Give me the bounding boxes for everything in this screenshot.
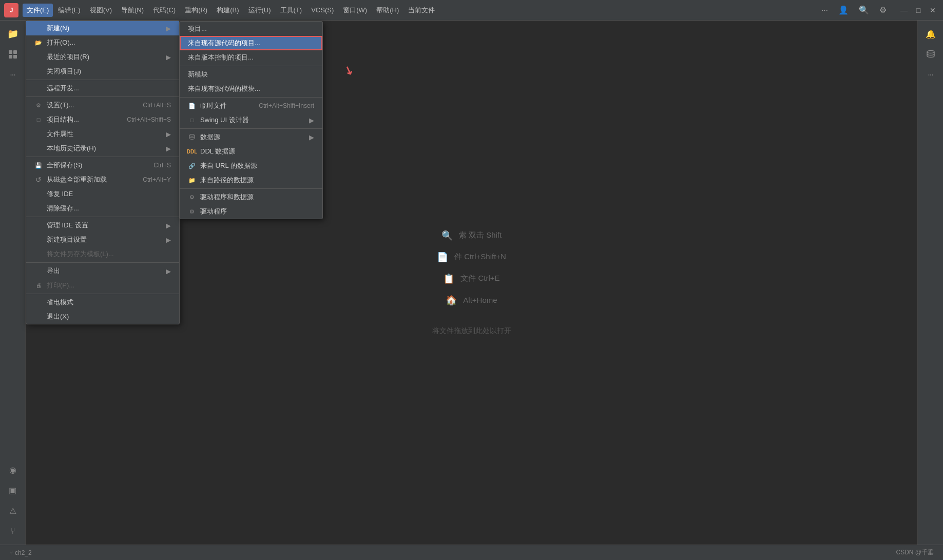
submenu-item-from-path[interactable]: 📁 来自路径的数据源 bbox=[180, 173, 322, 187]
menu-item-close-project[interactable]: 关闭项目(J) bbox=[26, 64, 179, 79]
menubar-item-help[interactable]: 帮助(H) bbox=[372, 4, 403, 17]
statusbar-right-info[interactable]: CSDN @千垂 bbox=[893, 545, 937, 560]
menu-item-remote-dev[interactable]: 远程开发... bbox=[26, 81, 179, 95]
statusbar-branch[interactable]: ⑂ ch2_2 bbox=[6, 545, 35, 560]
menubar-items: 文件(E) 编辑(E) 视图(V) 导航(N) 代码(C) 重构(R) 构建(B… bbox=[23, 4, 818, 17]
menu-item-open[interactable]: 📂 打开(O)... bbox=[26, 35, 179, 50]
save-all-icon: 💾 bbox=[34, 161, 43, 169]
menubar-item-code[interactable]: 代码(C) bbox=[149, 4, 180, 17]
menu-item-export[interactable]: 导出 ▶ bbox=[26, 264, 179, 278]
new-project-settings-arrow: ▶ bbox=[166, 236, 171, 244]
reload-icon: ↺ bbox=[34, 176, 43, 184]
menu-item-file-props[interactable]: 文件属性 ▶ bbox=[26, 127, 179, 141]
hint-recent: 📋 文件 Ctrl+E bbox=[443, 273, 499, 284]
settings-label: 设置(T)... bbox=[47, 101, 139, 110]
menubar-item-currentfile[interactable]: 当前文件 bbox=[404, 4, 439, 17]
menu-item-repair-ide[interactable]: 修复 IDE bbox=[26, 187, 179, 201]
menu-item-clear-cache[interactable]: 清除缓存... bbox=[26, 201, 179, 216]
menubar-item-window[interactable]: 窗口(W) bbox=[339, 4, 371, 17]
sidebar-icon-more[interactable]: ··· bbox=[4, 66, 22, 84]
close-button[interactable]: ✕ bbox=[927, 4, 939, 16]
sidebar-icon-folder[interactable]: 📁 bbox=[4, 25, 22, 43]
submenu-item-from-existing-module[interactable]: 来自现有源代码的模块... bbox=[180, 82, 322, 96]
submenu-datasource-label: 数据源 bbox=[200, 132, 301, 142]
menu-item-new[interactable]: 新建(N) ▶ 项目... 来自现有源代码的项目... 来自版本控制的项目... bbox=[26, 21, 179, 35]
menu-item-exit[interactable]: 退出(X) bbox=[26, 310, 179, 324]
menu-item-reload[interactable]: ↺ 从磁盘全部重新加载 Ctrl+Alt+Y bbox=[26, 172, 179, 187]
submenu-ddl-label: DDL 数据源 bbox=[200, 147, 314, 156]
export-label: 导出 bbox=[47, 266, 158, 276]
branch-name: ch2_2 bbox=[15, 549, 32, 556]
scratch-icon: 📄 bbox=[188, 102, 196, 110]
file-menu-popup: 新建(N) ▶ 项目... 来自现有源代码的项目... 来自版本控制的项目... bbox=[26, 21, 180, 324]
menu-item-project-structure[interactable]: □ 项目结构... Ctrl+Alt+Shift+S bbox=[26, 112, 179, 127]
sep-1 bbox=[26, 80, 179, 80]
submenu-item-driver[interactable]: ⚙ 驱动程序 bbox=[180, 204, 322, 219]
right-icon-notifications[interactable]: 🔔 bbox=[921, 25, 940, 43]
menu-item-power-save[interactable]: 省电模式 bbox=[26, 295, 179, 310]
svg-point-5 bbox=[189, 134, 195, 137]
menu-item-save-as-template: 将文件另存为模板(L)... bbox=[26, 247, 179, 261]
submenu-item-scratch[interactable]: 📄 临时文件 Ctrl+Alt+Shift+Insert bbox=[180, 99, 322, 113]
submenu-item-new-module[interactable]: 新模块 bbox=[180, 67, 322, 82]
menu-item-new-project-settings[interactable]: 新建项目设置 ▶ bbox=[26, 233, 179, 247]
home-hint-icon: 🏠 bbox=[446, 295, 457, 306]
swing-arrow: ▶ bbox=[309, 117, 314, 124]
submenu-sep-4 bbox=[180, 188, 322, 189]
right-icon-more[interactable]: ··· bbox=[921, 66, 940, 84]
sidebar-icon-git[interactable]: ⑂ bbox=[4, 522, 22, 540]
menubar-more-btn[interactable]: ⋯ bbox=[818, 5, 831, 15]
sep-6 bbox=[26, 294, 179, 294]
submenu-item-swing[interactable]: □ Swing UI 设计器 ▶ bbox=[180, 113, 322, 127]
submenu-from-existing-module-label: 来自现有源代码的模块... bbox=[188, 84, 314, 93]
menu-item-recent[interactable]: 最近的项目(R) ▶ bbox=[26, 50, 179, 64]
local-history-icon bbox=[34, 144, 43, 152]
manage-ide-label: 管理 IDE 设置 bbox=[47, 221, 158, 230]
sidebar-icon-plugins[interactable] bbox=[4, 45, 22, 64]
right-icon-database[interactable] bbox=[921, 45, 940, 64]
menubar-item-nav[interactable]: 导航(N) bbox=[117, 4, 148, 17]
power-save-label: 省电模式 bbox=[47, 298, 171, 307]
menubar-item-vcs[interactable]: VCS(S) bbox=[307, 4, 338, 16]
submenu-item-ddl[interactable]: DDL DDL 数据源 bbox=[180, 144, 322, 159]
project-structure-shortcut: Ctrl+Alt+Shift+S bbox=[127, 116, 171, 123]
close-project-label: 关闭项目(J) bbox=[47, 67, 171, 76]
menubar-item-tools[interactable]: 工具(T) bbox=[276, 4, 306, 17]
submenu-item-from-existing[interactable]: 来自现有源代码的项目... bbox=[180, 36, 322, 50]
submenu-item-from-url[interactable]: 🔗 来自 URL 的数据源 bbox=[180, 159, 322, 173]
menu-item-settings[interactable]: ⚙ 设置(T)... Ctrl+Alt+S bbox=[26, 98, 179, 112]
menu-item-manage-ide[interactable]: 管理 IDE 设置 ▶ bbox=[26, 218, 179, 233]
submenu-item-project[interactable]: 项目... bbox=[180, 22, 322, 36]
menubar-item-build[interactable]: 构建(B) bbox=[213, 4, 243, 17]
submenu-item-datasource[interactable]: 数据源 ▶ bbox=[180, 130, 322, 144]
export-icon bbox=[34, 267, 43, 275]
menu-item-local-history[interactable]: 本地历史记录(H) ▶ bbox=[26, 141, 179, 156]
file-hint-icon: 📄 bbox=[437, 252, 448, 263]
search-icon[interactable]: 🔍 bbox=[856, 4, 872, 16]
menubar-item-file[interactable]: 文件(E) bbox=[23, 4, 53, 17]
menubar-item-run[interactable]: 运行(U) bbox=[244, 4, 275, 17]
submenu-driver-label: 驱动程序 bbox=[200, 207, 314, 216]
left-sidebar: 📁 ··· ◉ ▣ ⚠ ⑂ bbox=[0, 21, 26, 545]
menubar-item-refactor[interactable]: 重构(R) bbox=[181, 4, 211, 17]
settings-menu-icon: ⚙ bbox=[34, 101, 43, 109]
search-hint-icon: 🔍 bbox=[441, 230, 453, 241]
sidebar-icon-deploy[interactable]: ◉ bbox=[4, 460, 22, 479]
submenu-from-vcs-label: 来自版本控制的项目... bbox=[188, 53, 314, 62]
submenu-item-drivers-datasource[interactable]: ⚙ 驱动程序和数据源 bbox=[180, 190, 322, 204]
open-label: 打开(O)... bbox=[47, 38, 171, 47]
datasource-arrow: ▶ bbox=[309, 133, 314, 141]
submenu-item-from-vcs[interactable]: 来自版本控制的项目... bbox=[180, 50, 322, 65]
maximize-button[interactable]: □ bbox=[912, 4, 925, 16]
settings-icon[interactable]: ⚙ bbox=[876, 4, 890, 16]
exit-label: 退出(X) bbox=[47, 312, 171, 321]
sidebar-icon-problems[interactable]: ⚠ bbox=[4, 501, 22, 520]
sidebar-icon-terminal[interactable]: ▣ bbox=[4, 481, 22, 499]
menubar-item-view[interactable]: 视图(V) bbox=[86, 4, 116, 17]
menu-item-save-all[interactable]: 💾 全部保存(S) Ctrl+S bbox=[26, 158, 179, 172]
menubar-item-edit[interactable]: 编辑(E) bbox=[54, 4, 84, 17]
minimize-button[interactable]: — bbox=[898, 4, 910, 16]
submenu-from-existing-label: 来自现有源代码的项目... bbox=[188, 38, 314, 48]
account-icon[interactable]: 👤 bbox=[835, 4, 852, 16]
reload-shortcut: Ctrl+Alt+Y bbox=[143, 176, 171, 183]
